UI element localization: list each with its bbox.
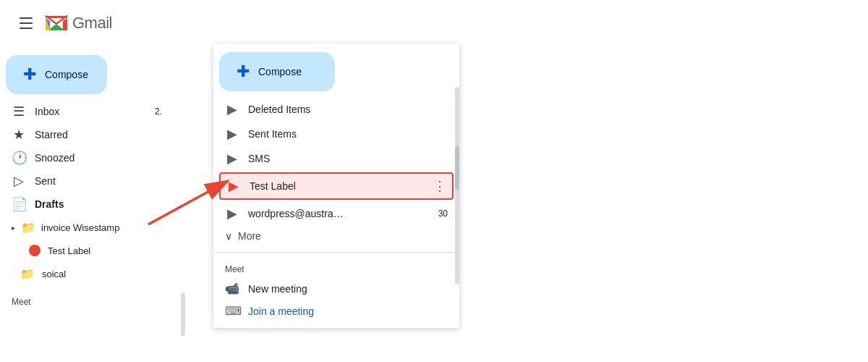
dropdown-item-deleted-items[interactable]: ▶ Deleted Items (213, 97, 459, 122)
sidebar-item-invoice-wisestamp[interactable]: ▸ 📁 invoice Wisestamp (0, 216, 185, 239)
wordpress-label: wordpress@austra… (248, 208, 344, 219)
chevron-down-icon: ∨ (225, 230, 232, 242)
new-meeting-label: New meeting (248, 283, 307, 295)
sidebar-item-drafts[interactable]: 📄 Drafts (0, 193, 174, 216)
expand-arrow-icon: ▸ (12, 224, 15, 232)
video-camera-icon: 📹 (225, 282, 239, 295)
test-label-folder-icon: ▶ (226, 178, 241, 194)
dropdown-panel: ✚ Compose ▶ Deleted Items ▶ Sent Items ▶… (213, 43, 459, 328)
dropdown-compose-label: Compose (258, 66, 302, 77)
dropdown-scrollbar-thumb (455, 146, 459, 190)
dropdown-scrollbar[interactable] (455, 87, 459, 285)
test-label-dropdown-label: Test Label (250, 180, 296, 192)
sent-icon: ▷ (12, 173, 26, 189)
dropdown-item-sent-items[interactable]: ▶ Sent Items (213, 122, 459, 146)
test-label-color-dot (29, 245, 41, 256)
dropdown-compose-plus-icon: ✚ (237, 64, 250, 80)
test-label-sidebar-label: Test Label (48, 245, 90, 256)
sidebar-item-starred[interactable]: ★ Starred (0, 123, 174, 146)
dropdown-compose-button[interactable]: ✚ Compose (219, 52, 335, 91)
gmail-logo[interactable]: Gmail (43, 10, 112, 36)
drafts-label: Drafts (35, 198, 64, 210)
inbox-label: Inbox (35, 106, 59, 117)
invoice-folder-icon: 📁 (21, 221, 35, 235)
sidebar: ✚ Compose ☰ Inbox 2. ★ Starred 🕐 Snoozed… (0, 46, 185, 362)
compose-plus-icon: ✚ (23, 67, 36, 83)
dropdown-divider (213, 252, 459, 253)
soical-folder-icon: 📁 (20, 267, 35, 281)
app-name: Gmail (72, 14, 112, 33)
gmail-m-icon (43, 10, 69, 36)
test-label-more-icon[interactable]: ⋮ (433, 178, 446, 194)
dropdown-more-button[interactable]: ∨ More (213, 226, 459, 246)
more-label: More (238, 230, 261, 242)
inbox-icon: ☰ (12, 104, 26, 119)
main-layout: ✚ Compose ☰ Inbox 2. ★ Starred 🕐 Snoozed… (0, 0, 868, 362)
compose-button[interactable]: ✚ Compose (6, 55, 107, 94)
inbox-badge: 2. (155, 106, 162, 117)
starred-label: Starred (35, 129, 68, 140)
starred-icon: ★ (12, 127, 26, 143)
snoozed-label: Snoozed (35, 152, 75, 164)
wordpress-folder-icon: ▶ (225, 206, 239, 222)
sms-folder-icon: ▶ (225, 151, 239, 167)
sent-items-folder-icon: ▶ (225, 126, 239, 142)
sidebar-item-sent[interactable]: ▷ Sent (0, 169, 174, 193)
soical-label: soical (42, 269, 66, 279)
sidebar-item-soical[interactable]: 📁 soical (0, 262, 174, 285)
snoozed-icon: 🕐 (12, 150, 26, 166)
sidebar-item-snoozed[interactable]: 🕐 Snoozed (0, 146, 174, 169)
sidebar-meet-section: Meet (0, 285, 185, 316)
sent-items-label: Sent Items (248, 128, 297, 140)
join-meeting-label: Join a meeting (248, 306, 314, 317)
keyboard-icon: ⌨ (225, 304, 239, 318)
dropdown-item-wordpress[interactable]: ▶ wordpress@austra… 30 (213, 201, 459, 226)
hamburger-icon (20, 17, 33, 29)
deleted-items-label: Deleted Items (248, 104, 310, 115)
sms-label: SMS (248, 153, 270, 164)
hamburger-menu-button[interactable] (12, 9, 41, 38)
wordpress-badge: 30 (438, 209, 448, 219)
drafts-icon: 📄 (12, 196, 26, 212)
sidebar-scrollbar[interactable] (181, 292, 185, 336)
invoice-wisestamp-label: invoice Wisestamp (41, 222, 119, 233)
dropdown-meet-label: Meet (213, 258, 459, 277)
deleted-items-folder-icon: ▶ (225, 101, 239, 117)
dropdown-item-sms[interactable]: ▶ SMS (213, 146, 459, 171)
dropdown-new-meeting[interactable]: 📹 New meeting (213, 277, 459, 300)
sidebar-item-inbox[interactable]: ☰ Inbox 2. (0, 100, 174, 123)
sidebar-meet-label: Meet (0, 291, 185, 310)
header: Gmail (0, 0, 868, 46)
sent-label: Sent (35, 175, 56, 187)
compose-label: Compose (45, 69, 88, 80)
dropdown-join-meeting[interactable]: ⌨ Join a meeting (213, 300, 459, 322)
sidebar-item-test-label[interactable]: Test Label (0, 239, 174, 262)
dropdown-item-test-label[interactable]: ▶ Test Label ⋮ (219, 172, 454, 200)
